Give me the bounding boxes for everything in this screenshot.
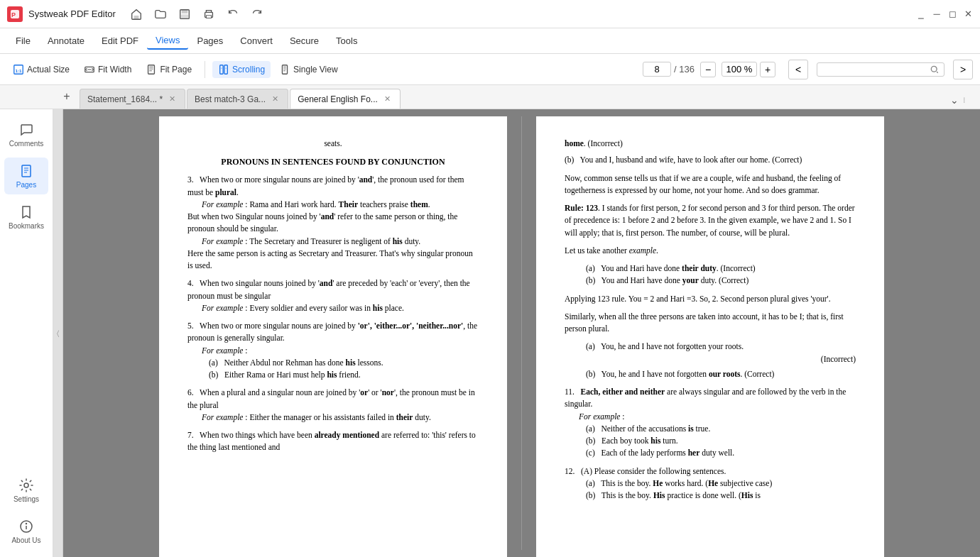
svg-rect-7 (206, 15, 211, 18)
zoom-plus-btn[interactable]: + (760, 62, 775, 77)
svg-point-20 (26, 524, 27, 524)
search-input[interactable] (822, 65, 930, 75)
bookmark-icon (18, 204, 34, 220)
titlebar-icons (130, 8, 523, 21)
page-number-input[interactable] (643, 62, 671, 77)
sidebar-item-bookmarks[interactable]: Bookmarks (4, 199, 48, 236)
pdf-area[interactable]: seats. PRONOUNS IN SENTENCES FOUND BY CO… (63, 109, 980, 557)
svg-rect-13 (224, 65, 227, 73)
menu-secure[interactable]: Secure (281, 33, 327, 49)
pdf-right-item-11: 11. Each, either and neither are always … (565, 386, 856, 460)
fit-width-icon (84, 64, 95, 75)
search-icon (930, 65, 940, 75)
svg-rect-14 (283, 65, 288, 73)
add-tab-btn[interactable]: + (57, 87, 77, 106)
tab-2[interactable]: General English Fo... ✕ (290, 89, 401, 109)
scrolling-icon (218, 64, 229, 75)
svg-rect-2 (134, 16, 138, 19)
tabs-bar: + Statement_1684... * ✕ Best match-3 Ga.… (0, 85, 980, 109)
svg-rect-5 (181, 14, 187, 18)
tab-0-close[interactable]: ✕ (167, 94, 178, 104)
pdf-item-4: 4. When two singular nouns joined by 'an… (187, 277, 479, 314)
pdf-item-5: 5. When two or more singular nouns are j… (187, 320, 479, 381)
tab-0[interactable]: Statement_1684... * ✕ (80, 89, 185, 109)
sidebar-comments-label: Comments (9, 140, 43, 148)
svg-rect-4 (182, 9, 187, 13)
toolbar: 1:1 Actual Size Fit Width Fit Page Scrol… (0, 54, 980, 85)
sidebar-item-settings[interactable]: Settings (4, 472, 48, 509)
pdf-item-7: 7. When two things which have been alrea… (187, 429, 479, 454)
svg-text:1:1: 1:1 (16, 67, 23, 72)
pdf-item-6: 6. When a plural and a singular noun are… (187, 387, 479, 424)
menu-tools[interactable]: Tools (327, 33, 366, 49)
app-title: Systweak PDF Editor (28, 9, 116, 19)
pdf-page-left: seats. PRONOUNS IN SENTENCES FOUND BY CO… (159, 116, 507, 557)
sidebar-pages-label: Pages (16, 181, 36, 189)
fit-page-icon (146, 64, 157, 75)
pdf-top-text: seats. (187, 138, 479, 150)
tabs-end-sep: ⁞ (963, 96, 966, 105)
folder-icon[interactable] (154, 8, 167, 21)
menu-pages[interactable]: Pages (188, 33, 232, 49)
svg-text:P: P (11, 11, 16, 18)
info-icon (18, 519, 34, 534)
svg-rect-12 (220, 65, 223, 73)
titlebar: P Systweak PDF Editor ⎯ ─ ◻ ✕ (0, 0, 980, 28)
pages-icon (18, 163, 34, 179)
next-page-btn[interactable]: > (953, 60, 973, 79)
maximize-btn[interactable]: ◻ (947, 9, 957, 19)
home-icon[interactable] (130, 8, 143, 21)
restore-btn[interactable]: ⎯ (916, 9, 926, 19)
close-btn[interactable]: ✕ (963, 9, 973, 19)
sidebar-about-label: About Us (11, 536, 40, 544)
tab-0-label: Statement_1684... * (87, 94, 163, 104)
tabs-scroll-down[interactable]: ⌄ (950, 94, 959, 106)
toolbar-sep-1 (205, 61, 205, 78)
sidebar-item-comments[interactable]: Comments (4, 116, 48, 153)
menu-convert[interactable]: Convert (232, 33, 281, 49)
sidebar-bookmarks-label: Bookmarks (9, 222, 44, 230)
tab-1[interactable]: Best match-3 Ga... ✕ (187, 89, 288, 109)
pdf-page-right: home. (Incorrect) (b) You and I, husband… (536, 116, 884, 557)
save-icon[interactable] (178, 8, 191, 21)
app-logo: P (7, 6, 23, 22)
tab-1-close[interactable]: ✕ (270, 94, 281, 104)
sidebar: Comments Pages Bookmarks Settings About … (0, 109, 53, 557)
svg-point-15 (931, 66, 937, 72)
page-nav: / 136 − + (643, 62, 775, 77)
main-area: Comments Pages Bookmarks Settings About … (0, 109, 980, 557)
redo-icon[interactable] (251, 8, 263, 21)
actual-size-btn[interactable]: 1:1 Actual Size (7, 61, 75, 78)
svg-rect-11 (148, 65, 155, 73)
menu-file[interactable]: File (7, 33, 39, 49)
zoom-input[interactable] (722, 62, 757, 77)
sidebar-item-pages[interactable]: Pages (4, 158, 48, 194)
menubar: File Annotate Edit PDF Views Pages Conve… (0, 28, 980, 54)
window-controls: ⎯ ─ ◻ ✕ (916, 9, 973, 19)
page-total: / 136 (674, 64, 695, 75)
settings-icon (18, 478, 34, 493)
pdf-heading: PRONOUNS IN SENTENCES FOUND BY CONJUNCTI… (187, 155, 479, 168)
minimize-btn[interactable]: ─ (932, 9, 942, 19)
fit-page-btn[interactable]: Fit Page (140, 61, 197, 78)
sidebar-settings-label: Settings (13, 495, 39, 503)
tab-2-close[interactable]: ✕ (382, 94, 393, 104)
pdf-item-3: 3. When two or more singular nouns are j… (187, 174, 479, 272)
collapse-handle[interactable]: 〈 (53, 109, 63, 557)
zoom-minus-btn[interactable]: − (700, 62, 716, 77)
undo-icon[interactable] (227, 8, 239, 21)
tabs-end: ⌄ ⁞ (950, 94, 966, 106)
tab-1-label: Best match-3 Ga... (195, 94, 266, 104)
prev-page-btn[interactable]: < (788, 60, 808, 79)
sidebar-item-about[interactable]: About Us (4, 513, 48, 550)
comment-icon (18, 122, 34, 138)
single-view-btn[interactable]: Single View (273, 61, 343, 78)
actual-size-icon: 1:1 (13, 64, 24, 75)
menu-editpdf[interactable]: Edit PDF (93, 33, 147, 49)
scrolling-btn[interactable]: Scrolling (212, 61, 271, 78)
menu-views[interactable]: Views (147, 32, 188, 50)
fit-width-btn[interactable]: Fit Width (78, 61, 137, 78)
print-icon[interactable] (202, 8, 215, 21)
menu-annotate[interactable]: Annotate (39, 33, 93, 49)
pages-divider (521, 116, 522, 550)
